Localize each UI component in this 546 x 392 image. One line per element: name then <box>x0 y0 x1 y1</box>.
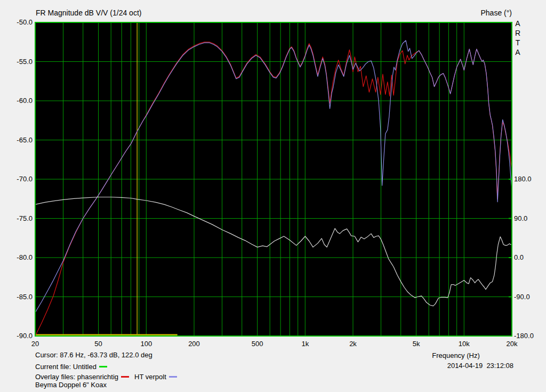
x-axis-title: Frequency (Hz) <box>421 351 491 359</box>
arta-fr-window: FR Magnitude dB V/V (1/24 oct) Phase (°)… <box>0 0 546 392</box>
datetime-stamp: 2014-04-19 23:12:08 <box>421 362 513 370</box>
current-file-line: Current file: Untitled <box>35 363 107 371</box>
cursor-readout: Cursor: 87.6 Hz, -63.73 dB, 122.0 deg <box>35 351 152 359</box>
overlay1-color-swatch <box>121 376 129 378</box>
overlay-files-line: Overlay files: phasenrichtigHT verpolt <box>35 373 177 381</box>
current-file-color-swatch <box>99 366 107 367</box>
fr-plot-area[interactable] <box>0 0 546 392</box>
overlay2-label: HT verpolt <box>134 373 166 381</box>
current-file-label: Current file: Untitled <box>35 363 97 371</box>
measurement-note: Beyma Doppel 6" Koax <box>35 381 107 389</box>
overlay2-color-swatch <box>169 376 177 378</box>
overlay-files-label: Overlay files: phasenrichtig <box>35 373 118 381</box>
